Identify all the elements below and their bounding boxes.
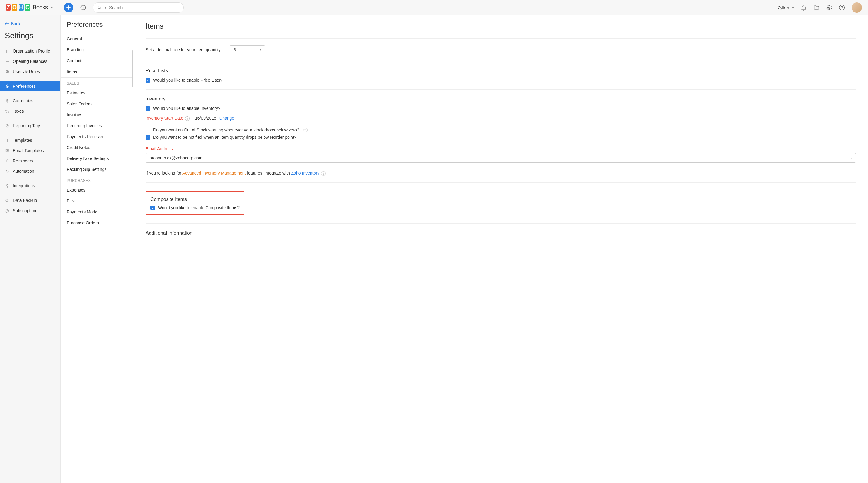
prefs-item-items[interactable]: Items: [61, 66, 133, 78]
backup-icon: ⟳: [5, 198, 10, 203]
enable-composite-items-label: Would you like to enable Composite Items…: [158, 205, 240, 210]
out-of-stock-checkbox[interactable]: [146, 128, 150, 132]
reorder-notify-checkbox[interactable]: ✓: [146, 135, 150, 140]
currency-icon: $: [5, 98, 10, 103]
sidebar-item-opening-balances[interactable]: ▤Opening Balances: [0, 56, 60, 66]
search-box[interactable]: ▼: [93, 2, 184, 13]
sidebar-item-currencies[interactable]: $Currencies: [0, 96, 60, 106]
sidebar-item-integrations[interactable]: ⚲Integrations: [0, 181, 60, 191]
subscription-icon: ◷: [5, 208, 10, 213]
notifications-icon[interactable]: [801, 5, 807, 11]
composite-items-callout: Composite Items ✓ Would you like to enab…: [146, 191, 244, 215]
change-start-date-link[interactable]: Change: [219, 116, 234, 120]
caret-down-icon: ▼: [104, 6, 107, 9]
back-label: Back: [11, 21, 20, 26]
prefs-item-expenses[interactable]: Expenses: [61, 184, 133, 196]
prefs-item-recurring-invoices[interactable]: Recurring Invoices: [61, 120, 133, 131]
prefs-item-packing-slip[interactable]: Packing Slip Settings: [61, 164, 133, 175]
sidebar-item-taxes[interactable]: %Taxes: [0, 106, 60, 116]
quick-add-button[interactable]: [64, 3, 73, 12]
tax-icon: %: [5, 109, 10, 114]
email-address-select[interactable]: prasanth.ck@zohocorp.com ▾: [146, 153, 856, 163]
inventory-start-date-label: Inventory Start Date: [146, 116, 184, 120]
prefs-item-general[interactable]: General: [61, 33, 133, 44]
decimal-rate-select[interactable]: 3 ▾: [229, 45, 266, 54]
help-icon[interactable]: [839, 5, 845, 11]
info-icon[interactable]: ?: [321, 171, 326, 176]
sidebar-item-automation[interactable]: ↻Automation: [0, 166, 60, 176]
email-address-label: Email Address: [146, 146, 856, 151]
enable-composite-items-checkbox[interactable]: ✓: [150, 205, 155, 210]
enable-inventory-checkbox[interactable]: ✓: [146, 106, 150, 111]
prefs-item-delivery-notes[interactable]: Delivery Note Settings: [61, 153, 133, 164]
sidebar-item-reminders[interactable]: ♢Reminders: [0, 156, 60, 166]
gear-icon[interactable]: [826, 5, 832, 11]
sliders-icon: ⚙: [5, 84, 10, 89]
additional-info-heading: Additional Information: [146, 230, 856, 236]
sidebar-item-data-backup[interactable]: ⟳Data Backup: [0, 195, 60, 205]
prefs-item-sales-orders[interactable]: Sales Orders: [61, 98, 133, 109]
enable-inventory-label: Would you like to enable Inventory?: [153, 106, 220, 111]
prefs-item-bills[interactable]: Bills: [61, 196, 133, 206]
plug-icon: ⚲: [5, 183, 10, 188]
email-address-value: prasanth.ck@zohocorp.com: [150, 155, 203, 160]
decimal-rate-value: 3: [234, 47, 236, 52]
page-title: Items: [146, 22, 856, 30]
enable-pricelists-checkbox[interactable]: ✓: [146, 78, 150, 83]
preferences-sidebar: Preferences General Branding Contacts It…: [61, 15, 133, 483]
prefs-item-estimates[interactable]: Estimates: [61, 87, 133, 98]
inventory-heading: Inventory: [146, 96, 856, 102]
back-link[interactable]: Back: [0, 20, 60, 28]
search-input[interactable]: [109, 5, 179, 10]
building-icon: ▥: [5, 49, 10, 53]
chevron-down-icon: ▾: [260, 48, 261, 52]
zoho-inventory-link[interactable]: Zoho Inventory: [291, 171, 319, 175]
organization-switcher[interactable]: Zylker ▾: [778, 5, 794, 10]
recent-activity-button[interactable]: [78, 3, 88, 12]
search-icon: [97, 5, 102, 10]
prefs-section-sales: SALES: [61, 78, 133, 87]
prefs-section-purchases: PURCHASES: [61, 175, 133, 184]
tag-icon: ⊘: [5, 123, 10, 128]
prefs-item-credit-notes[interactable]: Credit Notes: [61, 142, 133, 153]
org-name: Zylker: [778, 5, 789, 10]
prefs-item-invoices[interactable]: Invoices: [61, 109, 133, 120]
app-brand[interactable]: ZOHO Books ▾: [6, 4, 53, 11]
decimal-rate-label: Set a decimal rate for your item quantit…: [146, 47, 220, 52]
sidebar-item-subscription[interactable]: ◷Subscription: [0, 205, 60, 216]
advanced-inventory-link[interactable]: Advanced Inventory Management: [182, 171, 246, 175]
sidebar-item-preferences[interactable]: ⚙Preferences: [0, 81, 60, 91]
brand-text: Books: [33, 4, 48, 11]
inventory-start-date-value: 16/09/2015: [195, 116, 216, 120]
pricelists-heading: Price Lists: [146, 68, 856, 74]
chevron-down-icon: ▾: [850, 157, 852, 160]
main-content: Items Set a decimal rate for your item q…: [133, 15, 868, 483]
settings-sidebar: Back Settings ▥Organization Profile ▤Ope…: [0, 15, 61, 483]
composite-items-heading: Composite Items: [150, 197, 240, 202]
prefs-item-purchase-orders[interactable]: Purchase Orders: [61, 217, 133, 228]
prefs-item-payments-made[interactable]: Payments Made: [61, 206, 133, 217]
sidebar-item-org-profile[interactable]: ▥Organization Profile: [0, 46, 60, 56]
sidebar-item-reporting-tags[interactable]: ⊘Reporting Tags: [0, 120, 60, 131]
enable-pricelists-label: Would you like to enable Price Lists?: [153, 78, 223, 83]
prefs-item-branding[interactable]: Branding: [61, 44, 133, 55]
sidebar-item-users-roles[interactable]: ⚉Users & Roles: [0, 66, 60, 77]
prefs-item-contacts[interactable]: Contacts: [61, 55, 133, 66]
sidebar-item-templates[interactable]: ◫Templates: [0, 135, 60, 145]
info-icon[interactable]: i: [185, 116, 190, 121]
chevron-down-icon: ▾: [792, 5, 794, 10]
prefs-item-payments-received[interactable]: Payments Received: [61, 131, 133, 142]
balance-icon: ▤: [5, 59, 10, 64]
svg-point-1: [98, 6, 100, 8]
info-icon[interactable]: ?: [303, 128, 308, 132]
users-icon: ⚉: [5, 69, 10, 74]
chevron-down-icon: ▾: [51, 5, 53, 10]
scrollbar-thumb[interactable]: [132, 50, 133, 87]
arrow-left-icon: [5, 22, 9, 25]
avatar[interactable]: [851, 2, 862, 13]
automation-icon: ↻: [5, 169, 10, 174]
folder-icon[interactable]: [813, 5, 819, 11]
out-of-stock-label: Do you want an Out of Stock warning when…: [153, 127, 299, 132]
bell-icon: ♢: [5, 159, 10, 163]
sidebar-item-email-templates[interactable]: ✉Email Templates: [0, 145, 60, 156]
